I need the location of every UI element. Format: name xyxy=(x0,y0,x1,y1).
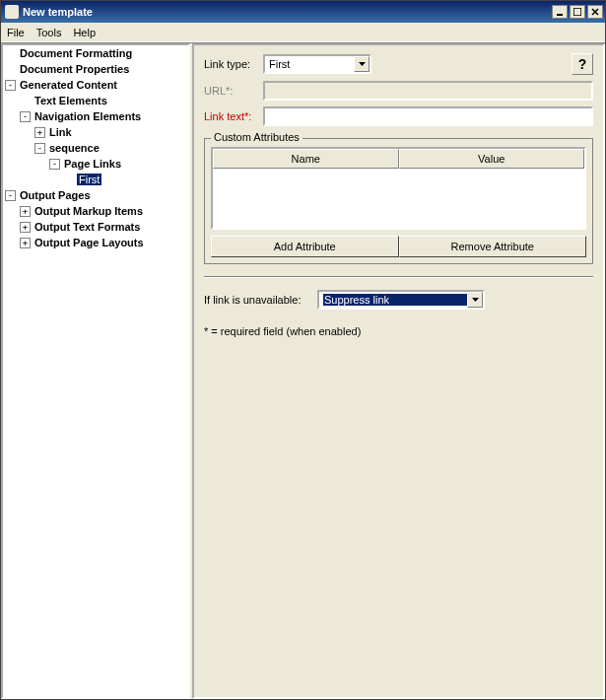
tree-link[interactable]: Link xyxy=(47,126,74,138)
app-icon xyxy=(5,5,19,19)
add-attribute-button[interactable]: Add Attribute xyxy=(211,236,399,257)
expand-toggle[interactable]: - xyxy=(20,111,31,122)
menubar: File Tools Help xyxy=(1,23,605,42)
detail-pane: Link type: First ? URL*: Link text*: Cus… xyxy=(192,43,605,699)
attributes-table[interactable]: Name Value xyxy=(211,147,586,230)
window: New template File Tools Help Document Fo… xyxy=(0,0,606,700)
tree-doc-formatting[interactable]: Document Formatting xyxy=(18,47,134,59)
expand-toggle[interactable]: - xyxy=(5,190,16,201)
divider xyxy=(204,276,593,278)
required-footnote: * = required field (when enabled) xyxy=(204,325,593,337)
titlebar: New template xyxy=(1,1,605,23)
expand-toggle[interactable]: + xyxy=(20,222,31,233)
svg-rect-1 xyxy=(573,8,581,16)
svg-line-2 xyxy=(592,9,598,15)
tree-first[interactable]: First xyxy=(77,174,101,185)
tree-text-elements[interactable]: Text Elements xyxy=(33,95,109,106)
custom-attributes-legend: Custom Attributes xyxy=(211,131,303,143)
link-unavailable-dropdown[interactable]: Suppress link xyxy=(317,290,485,310)
expand-toggle[interactable]: - xyxy=(49,159,60,170)
tree-page-links[interactable]: Page Links xyxy=(62,158,123,170)
expand-toggle[interactable]: + xyxy=(34,127,45,138)
link-unavailable-label: If link is unavailable: xyxy=(204,294,317,306)
minimize-button[interactable] xyxy=(552,5,568,19)
tree-output-markup[interactable]: Output Markup Items xyxy=(33,205,145,217)
svg-marker-5 xyxy=(472,298,479,302)
tree-doc-properties[interactable]: Document Properties xyxy=(18,63,131,75)
help-button[interactable]: ? xyxy=(572,53,593,75)
tree-pane: Document Formatting Document Properties … xyxy=(1,43,190,699)
window-title: New template xyxy=(23,6,550,18)
tree-output-text-formats[interactable]: Output Text Formats xyxy=(33,221,142,233)
link-text-label: Link text*: xyxy=(204,110,263,122)
tree-nav-elements[interactable]: Navigation Elements xyxy=(33,110,143,122)
expand-toggle[interactable]: + xyxy=(20,238,31,248)
link-type-label: Link type: xyxy=(204,58,263,70)
link-type-dropdown[interactable]: First xyxy=(263,54,371,74)
svg-line-3 xyxy=(592,9,598,15)
remove-attribute-button[interactable]: Remove Attribute xyxy=(399,236,587,257)
menu-help[interactable]: Help xyxy=(73,27,96,38)
link-type-value: First xyxy=(269,58,354,70)
tree-sequence[interactable]: sequence xyxy=(47,142,101,154)
expand-toggle[interactable]: + xyxy=(20,206,31,217)
close-button[interactable] xyxy=(587,5,603,19)
column-value-header[interactable]: Value xyxy=(399,149,585,169)
svg-rect-0 xyxy=(557,14,563,16)
url-label: URL*: xyxy=(204,85,263,97)
menu-file[interactable]: File xyxy=(7,27,25,38)
link-unavailable-value: Suppress link xyxy=(323,294,467,306)
custom-attributes-fieldset: Custom Attributes Name Value Add Attribu… xyxy=(204,138,593,264)
link-text-input[interactable] xyxy=(263,106,593,126)
maximize-button[interactable] xyxy=(570,5,585,19)
expand-toggle[interactable]: - xyxy=(5,80,16,91)
svg-marker-4 xyxy=(359,62,366,66)
url-input[interactable] xyxy=(263,81,593,101)
column-name-header[interactable]: Name xyxy=(213,149,399,169)
tree-output-pages[interactable]: Output Pages xyxy=(18,189,93,201)
chevron-down-icon[interactable] xyxy=(467,292,483,308)
chevron-down-icon[interactable] xyxy=(354,56,370,72)
menu-tools[interactable]: Tools xyxy=(36,27,62,38)
tree-output-page-layouts[interactable]: Output Page Layouts xyxy=(33,237,146,248)
expand-toggle[interactable]: - xyxy=(34,143,45,154)
tree-generated-content[interactable]: Generated Content xyxy=(18,79,119,91)
